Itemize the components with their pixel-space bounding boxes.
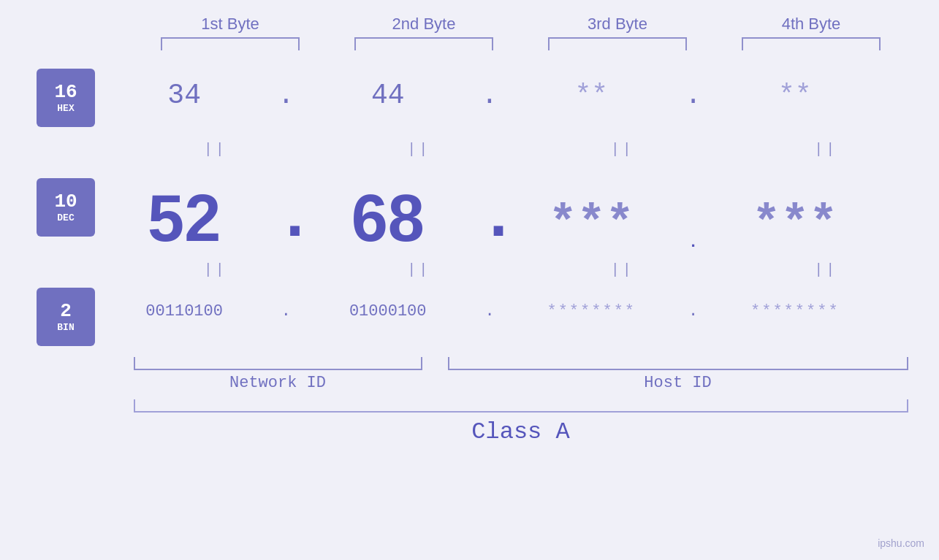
dec-byte3: *** (549, 197, 634, 251)
dec-badge: 10 DEC (37, 178, 95, 237)
dec-byte2-cell: 68 (315, 185, 461, 251)
dec-dot1: . (275, 185, 297, 251)
bin-byte2-cell: 01000100 (315, 302, 461, 321)
dec-badge-label: DEC (57, 212, 74, 223)
bin-dot1: . (275, 302, 297, 321)
bracket-byte4 (742, 37, 881, 50)
dec-byte4-cell: *** (722, 197, 868, 251)
watermark: ipshu.com (878, 537, 924, 549)
host-bracket (448, 357, 908, 370)
bin-byte4-cell: ******** (722, 302, 868, 321)
class-label: Class A (134, 418, 908, 445)
bin-badge-number: 2 (60, 301, 72, 322)
bin-badge-label: BIN (57, 322, 74, 333)
class-section: Class A (134, 399, 908, 445)
dec-byte1: 52 (148, 182, 221, 255)
hex-dot1: . (275, 80, 297, 111)
equals-row-2: || || || || (134, 258, 908, 280)
bin-dot3: . (683, 302, 704, 321)
bin-byte3-cell: ******** (518, 302, 664, 321)
bin-byte2: 01000100 (349, 302, 427, 321)
hex-values: 34 . 44 . ** . ** (102, 65, 877, 111)
hex-byte3: ** (574, 80, 608, 111)
eq1-byte3: || (550, 141, 696, 158)
bottom-brackets (134, 357, 908, 370)
dec-byte3-cell: *** (518, 197, 664, 251)
bin-values: 00110100 . 01000100 . ******** . *******… (102, 284, 877, 321)
hex-byte2-cell: 44 (315, 80, 461, 111)
dec-dot1-char: . (275, 181, 314, 256)
bin-dot2: . (479, 302, 501, 321)
dec-dot2-char: . (479, 181, 518, 256)
bracket-byte1 (161, 37, 300, 50)
hex-byte1: 34 (167, 80, 201, 111)
bin-dot2-char: . (484, 302, 494, 321)
dec-dot2: . (479, 185, 501, 251)
hex-byte3-cell: ** (518, 80, 664, 111)
byte3-header: 3rd Byte (537, 15, 698, 34)
eq1-byte4: || (753, 141, 899, 158)
byte1-header: 1st Byte (150, 15, 311, 34)
dec-byte4: *** (752, 197, 837, 251)
hex-badge-label: HEX (57, 103, 74, 114)
dec-values: 52 . 68 . *** . *** (102, 164, 877, 258)
hex-byte4: ** (778, 80, 812, 111)
eq2-byte3: || (550, 261, 696, 278)
eq2-byte1: || (142, 261, 289, 278)
byte-headers: 1st Byte 2nd Byte 3rd Byte 4th Byte (134, 15, 908, 34)
hex-dot3: . (683, 80, 704, 111)
network-id-label: Network ID (134, 374, 422, 392)
eq2-byte2: || (346, 261, 492, 278)
dec-row-wrapper: 10 DEC 52 . 68 . *** . *** (0, 164, 939, 258)
dec-dot3: . (683, 235, 704, 251)
network-bracket (134, 357, 422, 370)
bin-row-wrapper: 2 BIN 00110100 . 01000100 . ******** . (0, 284, 939, 350)
byte2-header: 2nd Byte (343, 15, 504, 34)
hex-row-wrapper: 16 HEX 34 . 44 . ** . ** (0, 65, 939, 138)
hex-byte4-cell: ** (722, 80, 868, 111)
bin-byte4: ******** (750, 302, 840, 321)
hex-badge-number: 16 (54, 82, 77, 103)
hex-byte1-cell: 34 (111, 80, 257, 111)
hex-byte2: 44 (371, 80, 405, 111)
bracket-byte3 (548, 37, 687, 50)
host-id-label: Host ID (448, 374, 908, 392)
bin-badge: 2 BIN (37, 288, 95, 346)
bin-byte1-cell: 00110100 (111, 302, 257, 321)
bracket-byte2 (354, 37, 493, 50)
class-bracket (134, 399, 908, 413)
eq2-byte4: || (753, 261, 899, 278)
dec-byte1-cell: 52 (111, 185, 257, 251)
bin-dot1-char: . (281, 302, 291, 321)
bin-dot3-char: . (688, 302, 698, 321)
top-brackets (134, 37, 908, 50)
byte4-header: 4th Byte (731, 15, 892, 34)
hex-badge: 16 HEX (37, 69, 95, 127)
bottom-labels: Network ID Host ID (134, 374, 908, 392)
equals-row-1: || || || || (134, 138, 908, 160)
eq1-byte2: || (346, 141, 492, 158)
dec-dot3-char: . (688, 234, 698, 252)
dec-byte2: 68 (351, 182, 425, 255)
hex-dot2: . (479, 80, 501, 111)
bin-byte3: ******** (547, 302, 636, 321)
eq1-byte1: || (142, 141, 289, 158)
main-container: 1st Byte 2nd Byte 3rd Byte 4th Byte 16 H… (0, 0, 939, 560)
bin-byte1: 00110100 (145, 302, 223, 321)
dec-badge-number: 10 (54, 191, 77, 212)
bottom-section: Network ID Host ID (134, 357, 908, 392)
